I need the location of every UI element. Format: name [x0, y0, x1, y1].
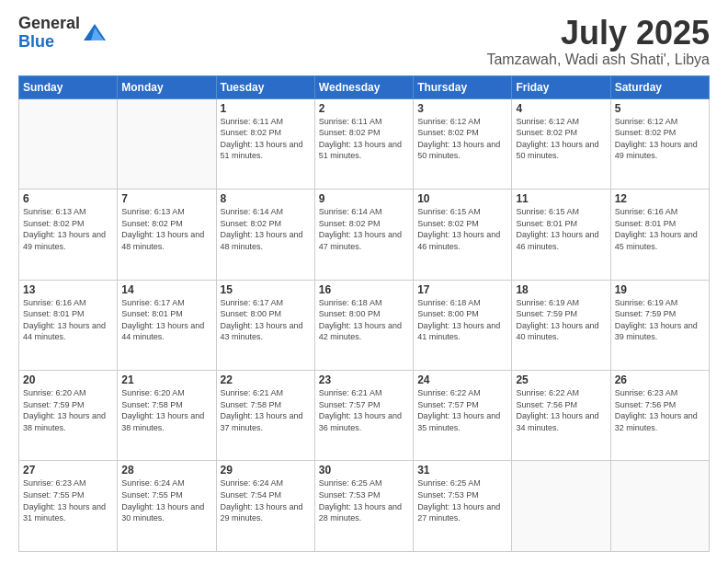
calendar-cell: 12Sunrise: 6:16 AMSunset: 8:01 PMDayligh…: [610, 190, 709, 280]
day-info: Sunrise: 6:16 AMSunset: 8:01 PMDaylight:…: [615, 206, 705, 252]
calendar-cell: 21Sunrise: 6:20 AMSunset: 7:58 PMDayligh…: [118, 371, 216, 461]
day-info: Sunrise: 6:11 AMSunset: 8:02 PMDaylight:…: [221, 116, 311, 162]
day-number: 22: [221, 373, 311, 386]
calendar-cell: 16Sunrise: 6:18 AMSunset: 8:00 PMDayligh…: [314, 280, 413, 370]
day-info: Sunrise: 6:23 AMSunset: 7:56 PMDaylight:…: [615, 387, 705, 433]
day-number: 25: [516, 373, 606, 386]
day-info: Sunrise: 6:11 AMSunset: 8:02 PMDaylight:…: [319, 116, 409, 162]
day-number: 15: [221, 283, 311, 296]
day-number: 6: [23, 192, 113, 205]
day-number: 17: [417, 283, 507, 296]
calendar-cell: 5Sunrise: 6:12 AMSunset: 8:02 PMDaylight…: [610, 98, 709, 189]
calendar-cell: 28Sunrise: 6:24 AMSunset: 7:55 PMDayligh…: [118, 461, 216, 552]
logo: General Blue: [18, 15, 108, 52]
day-number: 31: [417, 464, 507, 477]
day-number: 18: [516, 283, 606, 296]
day-info: Sunrise: 6:14 AMSunset: 8:02 PMDaylight:…: [221, 206, 311, 252]
day-info: Sunrise: 6:24 AMSunset: 7:54 PMDaylight:…: [221, 477, 311, 523]
weekday-header-monday: Monday: [118, 75, 216, 98]
day-info: Sunrise: 6:16 AMSunset: 8:01 PMDaylight:…: [23, 297, 113, 343]
calendar-cell: 6Sunrise: 6:13 AMSunset: 8:02 PMDaylight…: [19, 190, 118, 280]
calendar-cell: 27Sunrise: 6:23 AMSunset: 7:55 PMDayligh…: [19, 461, 118, 552]
logo-general: General: [18, 15, 80, 33]
day-number: 8: [221, 192, 311, 205]
day-number: 21: [121, 373, 211, 386]
calendar-cell: [512, 461, 610, 552]
calendar-cell: 8Sunrise: 6:14 AMSunset: 8:02 PMDaylight…: [216, 190, 314, 280]
day-number: 11: [516, 192, 606, 205]
calendar-cell: 17Sunrise: 6:18 AMSunset: 8:00 PMDayligh…: [414, 280, 512, 370]
day-info: Sunrise: 6:17 AMSunset: 8:01 PMDaylight:…: [121, 297, 211, 343]
week-row-2: 13Sunrise: 6:16 AMSunset: 8:01 PMDayligh…: [19, 280, 710, 370]
day-number: 9: [319, 192, 409, 205]
weekday-header-row: SundayMondayTuesdayWednesdayThursdayFrid…: [19, 75, 710, 98]
day-number: 2: [319, 102, 409, 115]
calendar-cell: 1Sunrise: 6:11 AMSunset: 8:02 PMDaylight…: [216, 98, 314, 189]
calendar-cell: 14Sunrise: 6:17 AMSunset: 8:01 PMDayligh…: [118, 280, 216, 370]
day-number: 13: [23, 283, 113, 296]
day-number: 10: [417, 192, 507, 205]
weekday-header-wednesday: Wednesday: [314, 75, 413, 98]
day-number: 7: [121, 192, 211, 205]
day-number: 26: [615, 373, 705, 386]
day-number: 12: [615, 192, 705, 205]
week-row-0: 1Sunrise: 6:11 AMSunset: 8:02 PMDaylight…: [19, 98, 710, 189]
day-number: 28: [121, 464, 211, 477]
calendar-cell: 15Sunrise: 6:17 AMSunset: 8:00 PMDayligh…: [216, 280, 314, 370]
calendar-cell: 13Sunrise: 6:16 AMSunset: 8:01 PMDayligh…: [19, 280, 118, 370]
calendar-cell: 25Sunrise: 6:22 AMSunset: 7:56 PMDayligh…: [512, 371, 610, 461]
calendar-cell: 31Sunrise: 6:25 AMSunset: 7:53 PMDayligh…: [414, 461, 512, 552]
day-info: Sunrise: 6:18 AMSunset: 8:00 PMDaylight:…: [417, 297, 507, 343]
calendar-cell: 3Sunrise: 6:12 AMSunset: 8:02 PMDaylight…: [414, 98, 512, 189]
day-info: Sunrise: 6:17 AMSunset: 8:00 PMDaylight:…: [221, 297, 311, 343]
day-info: Sunrise: 6:14 AMSunset: 8:02 PMDaylight:…: [319, 206, 409, 252]
calendar-cell: [118, 98, 216, 189]
day-number: 27: [23, 464, 113, 477]
weekday-header-sunday: Sunday: [19, 75, 118, 98]
day-number: 4: [516, 102, 606, 115]
day-info: Sunrise: 6:22 AMSunset: 7:57 PMDaylight:…: [417, 387, 507, 433]
calendar-table: SundayMondayTuesdayWednesdayThursdayFrid…: [18, 75, 710, 552]
day-info: Sunrise: 6:23 AMSunset: 7:55 PMDaylight:…: [23, 477, 113, 523]
page: General Blue July 2025 Tamzawah, Wadi as…: [0, 0, 728, 563]
logo-text: General Blue: [18, 15, 80, 52]
day-number: 20: [23, 373, 113, 386]
day-number: 3: [417, 102, 507, 115]
day-number: 16: [319, 283, 409, 296]
day-info: Sunrise: 6:20 AMSunset: 7:59 PMDaylight:…: [23, 387, 113, 433]
day-info: Sunrise: 6:12 AMSunset: 8:02 PMDaylight:…: [615, 116, 705, 162]
title-block: July 2025 Tamzawah, Wadi ash Shati', Lib…: [486, 15, 710, 68]
calendar-cell: 29Sunrise: 6:24 AMSunset: 7:54 PMDayligh…: [216, 461, 314, 552]
day-info: Sunrise: 6:20 AMSunset: 7:58 PMDaylight:…: [121, 387, 211, 433]
day-info: Sunrise: 6:13 AMSunset: 8:02 PMDaylight:…: [121, 206, 211, 252]
weekday-header-tuesday: Tuesday: [216, 75, 314, 98]
calendar-cell: 9Sunrise: 6:14 AMSunset: 8:02 PMDaylight…: [314, 190, 413, 280]
day-number: 19: [615, 283, 705, 296]
calendar-cell: 20Sunrise: 6:20 AMSunset: 7:59 PMDayligh…: [19, 371, 118, 461]
day-info: Sunrise: 6:22 AMSunset: 7:56 PMDaylight:…: [516, 387, 606, 433]
day-info: Sunrise: 6:18 AMSunset: 8:00 PMDaylight:…: [319, 297, 409, 343]
day-number: 1: [221, 102, 311, 115]
calendar-cell: 11Sunrise: 6:15 AMSunset: 8:01 PMDayligh…: [512, 190, 610, 280]
weekday-header-thursday: Thursday: [414, 75, 512, 98]
week-row-3: 20Sunrise: 6:20 AMSunset: 7:59 PMDayligh…: [19, 371, 710, 461]
day-info: Sunrise: 6:19 AMSunset: 7:59 PMDaylight:…: [615, 297, 705, 343]
day-info: Sunrise: 6:19 AMSunset: 7:59 PMDaylight:…: [516, 297, 606, 343]
day-number: 23: [319, 373, 409, 386]
calendar-cell: 10Sunrise: 6:15 AMSunset: 8:02 PMDayligh…: [414, 190, 512, 280]
calendar-cell: [19, 98, 118, 189]
day-info: Sunrise: 6:25 AMSunset: 7:53 PMDaylight:…: [417, 477, 507, 523]
logo-icon: [82, 20, 108, 46]
day-number: 24: [417, 373, 507, 386]
day-info: Sunrise: 6:25 AMSunset: 7:53 PMDaylight:…: [319, 477, 409, 523]
day-info: Sunrise: 6:12 AMSunset: 8:02 PMDaylight:…: [417, 116, 507, 162]
day-info: Sunrise: 6:21 AMSunset: 7:57 PMDaylight:…: [319, 387, 409, 433]
calendar-cell: 18Sunrise: 6:19 AMSunset: 7:59 PMDayligh…: [512, 280, 610, 370]
day-number: 5: [615, 102, 705, 115]
calendar-cell: 30Sunrise: 6:25 AMSunset: 7:53 PMDayligh…: [314, 461, 413, 552]
day-info: Sunrise: 6:21 AMSunset: 7:58 PMDaylight:…: [221, 387, 311, 433]
week-row-4: 27Sunrise: 6:23 AMSunset: 7:55 PMDayligh…: [19, 461, 710, 552]
header: General Blue July 2025 Tamzawah, Wadi as…: [18, 15, 710, 68]
calendar-cell: 22Sunrise: 6:21 AMSunset: 7:58 PMDayligh…: [216, 371, 314, 461]
title-location: Tamzawah, Wadi ash Shati', Libya: [486, 52, 710, 68]
